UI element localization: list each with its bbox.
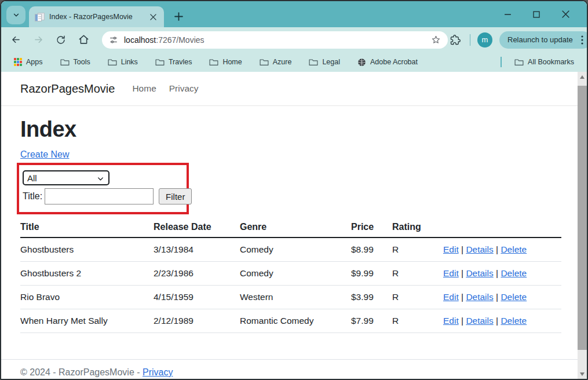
page-title: Index xyxy=(20,117,558,142)
window-controls xyxy=(493,1,580,27)
bookmark-tools[interactable]: Tools xyxy=(56,56,95,68)
create-new-link[interactable]: Create New xyxy=(20,149,69,160)
scroll-down-icon[interactable] xyxy=(578,369,587,379)
scroll-up-icon[interactable] xyxy=(578,72,587,82)
cell-actions: Edit | Details | Delete xyxy=(443,286,561,309)
new-tab-button[interactable] xyxy=(170,8,187,25)
relaunch-label: Relaunch to update xyxy=(507,35,573,44)
forward-icon[interactable] xyxy=(31,32,46,48)
tab-search-button[interactable] xyxy=(6,6,25,24)
avatar-letter: m xyxy=(482,35,488,44)
bookmark-apps[interactable]: Apps xyxy=(9,56,48,68)
header-release-date: Release Date xyxy=(154,218,240,237)
cell-genre: Western xyxy=(240,286,351,309)
edit-link[interactable]: Edit xyxy=(443,268,459,278)
tab-favicon-icon xyxy=(35,13,45,21)
menu-kebab-icon[interactable] xyxy=(576,34,588,46)
details-link[interactable]: Details xyxy=(466,292,493,302)
cell-release-date: 3/13/1984 xyxy=(154,237,240,262)
cell-release-date: 4/15/1959 xyxy=(154,286,240,309)
bookmark-travles[interactable]: Travles xyxy=(151,56,197,68)
header-title: Title xyxy=(20,218,154,237)
table-row: When Harry Met Sally 2/12/1989 Romantic … xyxy=(20,309,561,333)
home-icon[interactable] xyxy=(76,32,91,48)
folder-icon xyxy=(260,58,269,66)
footer-privacy-link[interactable]: Privacy xyxy=(143,367,173,377)
folder-icon xyxy=(514,58,524,66)
site-settings-icon[interactable] xyxy=(109,35,118,45)
bookmark-adobe-acrobat[interactable]: Adobe Acrobat xyxy=(353,56,422,69)
bookmark-star-icon[interactable] xyxy=(431,35,441,45)
cell-release-date: 2/12/1989 xyxy=(154,309,240,333)
delete-link[interactable]: Delete xyxy=(501,316,527,326)
annotation-red-box: All Title: Filter xyxy=(17,163,189,214)
footer-copyright: © 2024 - RazorPagesMovie - xyxy=(20,367,140,377)
bookmark-links[interactable]: Links xyxy=(103,56,143,68)
address-bar[interactable]: localhost:7267/Movies xyxy=(102,31,448,49)
site-brand[interactable]: RazorPagesMovie xyxy=(20,82,115,96)
details-link[interactable]: Details xyxy=(466,244,493,254)
details-link[interactable]: Details xyxy=(466,316,493,326)
details-link[interactable]: Details xyxy=(466,268,493,278)
delete-link[interactable]: Delete xyxy=(501,268,527,278)
cell-rating: R xyxy=(392,286,443,309)
tab-close-icon[interactable] xyxy=(148,12,158,22)
cell-genre: Comedy xyxy=(240,237,351,262)
action-separator: | xyxy=(461,292,463,302)
edit-link[interactable]: Edit xyxy=(443,292,459,302)
close-window-button[interactable] xyxy=(551,1,580,27)
cell-title: When Harry Met Sally xyxy=(20,309,154,333)
main-content: Index Create New All Title: Filter xyxy=(1,117,578,333)
cell-genre: Romantic Comedy xyxy=(240,309,351,333)
genre-select[interactable]: All xyxy=(23,170,109,185)
all-bookmarks-button[interactable]: All Bookmarks xyxy=(510,56,579,68)
maximize-button[interactable] xyxy=(522,1,551,27)
url-text: localhost:7267/Movies xyxy=(124,35,425,45)
folder-icon xyxy=(60,58,70,66)
header-genre: Genre xyxy=(240,218,351,237)
cell-rating: R xyxy=(392,237,443,262)
action-separator: | xyxy=(496,268,498,278)
title-filter-label: Title: xyxy=(23,191,42,202)
page-viewport: RazorPagesMovie Home Privacy Index Creat… xyxy=(1,72,587,379)
cell-actions: Edit | Details | Delete xyxy=(443,262,561,286)
table-header-row: Title Release Date Genre Price Rating xyxy=(20,218,561,237)
edit-link[interactable]: Edit xyxy=(443,244,459,254)
reload-icon[interactable] xyxy=(53,32,68,48)
filter-button[interactable]: Filter xyxy=(159,188,192,204)
bookmark-label: Links xyxy=(121,58,138,66)
url-host: localhost xyxy=(124,35,156,45)
browser-tab[interactable]: Index - RazorPagesMovie xyxy=(29,6,164,27)
vertical-scrollbar[interactable] xyxy=(578,72,587,379)
extensions-icon[interactable] xyxy=(448,32,463,48)
bookmark-azure[interactable]: Azure xyxy=(255,56,297,68)
edit-link[interactable]: Edit xyxy=(443,316,459,326)
title-search-input[interactable] xyxy=(45,188,154,204)
cell-rating: R xyxy=(392,262,443,286)
cell-price: $3.99 xyxy=(351,286,392,309)
nav-link-privacy[interactable]: Privacy xyxy=(169,83,199,94)
table-row: Rio Bravo 4/15/1959 Western $3.99 R Edit… xyxy=(20,286,561,309)
action-separator: | xyxy=(461,268,463,278)
table-row: Ghostbusters 2 2/23/1986 Comedy $9.99 R … xyxy=(20,262,561,286)
scrollbar-thumb[interactable] xyxy=(578,86,587,350)
nav-link-home[interactable]: Home xyxy=(132,83,156,94)
table-row: Ghostbusters 3/13/1984 Comedy $8.99 R Ed… xyxy=(20,237,561,262)
bookmark-home[interactable]: Home xyxy=(204,56,246,68)
minimize-button[interactable] xyxy=(493,1,522,27)
profile-avatar[interactable]: m xyxy=(477,32,492,48)
action-separator: | xyxy=(496,316,498,326)
relaunch-button[interactable]: Relaunch to update xyxy=(499,31,588,49)
cell-price: $8.99 xyxy=(351,237,392,262)
delete-link[interactable]: Delete xyxy=(501,244,527,254)
genre-select-value: All xyxy=(27,173,37,183)
bookmark-legal[interactable]: Legal xyxy=(304,56,345,68)
url-path: :7267/Movies xyxy=(156,35,204,45)
cell-price: $7.99 xyxy=(351,309,392,333)
action-separator: | xyxy=(461,244,463,254)
back-icon[interactable] xyxy=(8,32,23,48)
action-separator: | xyxy=(496,244,498,254)
bookmark-label: Travles xyxy=(169,58,192,66)
delete-link[interactable]: Delete xyxy=(501,292,527,302)
bookmark-label: Legal xyxy=(322,58,340,66)
